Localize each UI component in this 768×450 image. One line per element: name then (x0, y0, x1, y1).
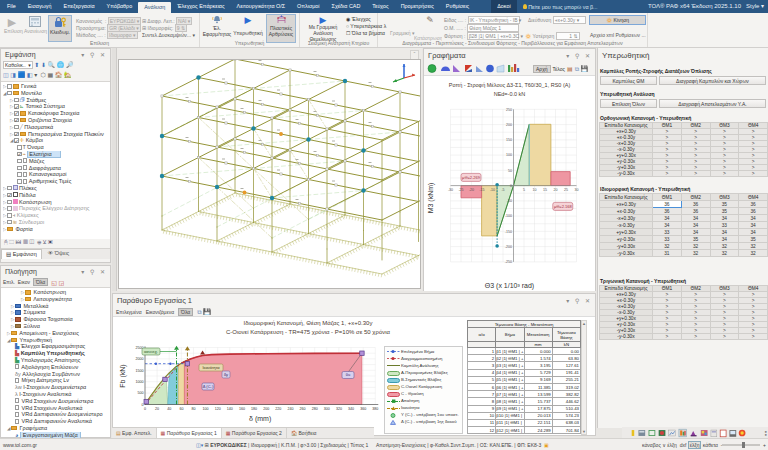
svg-text:120: 120 (215, 407, 221, 411)
svg-text:Ικανότητα: Ικανότητα (202, 365, 220, 370)
svg-text:Fb (kN): Fb (kN) (119, 364, 127, 387)
svg-text:-5: -5 (501, 188, 504, 192)
svg-text:340: 340 (348, 407, 354, 411)
svg-text:Δ (C-): Δ (C-) (203, 384, 214, 389)
svg-text:-25: -25 (458, 188, 463, 192)
svg-text:0: 0 (142, 403, 144, 407)
svg-text:80: 80 (192, 407, 196, 411)
svg-text:0: 0 (144, 407, 146, 411)
svg-text:1500: 1500 (136, 369, 144, 373)
svg-text:140: 140 (227, 407, 233, 411)
svg-text:200: 200 (263, 407, 269, 411)
svg-text:5: 5 (523, 188, 525, 192)
svg-text:240: 240 (287, 407, 293, 411)
svg-text:220: 220 (275, 407, 281, 411)
svg-text:M3 (kNm): M3 (kNm) (427, 183, 435, 214)
svg-text:280: 280 (312, 407, 318, 411)
svg-text:150: 150 (506, 138, 512, 142)
svg-text:10: 10 (533, 188, 537, 192)
svg-text:-30: -30 (448, 188, 453, 192)
svg-text:30: 30 (575, 188, 579, 192)
svg-text:260: 260 (300, 407, 306, 411)
svg-text:-200: -200 (505, 245, 512, 249)
svg-text:50: 50 (508, 169, 512, 173)
svg-text:60: 60 (179, 407, 183, 411)
svg-text:360: 360 (360, 407, 366, 411)
svg-text:-10: -10 (490, 188, 495, 192)
svg-text:1000: 1000 (136, 380, 144, 384)
svg-text:20: 20 (155, 407, 159, 411)
svg-text:-50: -50 (507, 199, 512, 203)
svg-text:0: 0 (510, 184, 512, 188)
svg-text:-250: -250 (505, 260, 512, 264)
svg-text:300: 300 (324, 407, 330, 411)
svg-text:25: 25 (564, 188, 568, 192)
svg-text:100: 100 (506, 153, 512, 157)
svg-text:180: 180 (251, 407, 257, 411)
svg-text:μΘ=2.168: μΘ=2.168 (554, 204, 573, 209)
svg-text:100: 100 (203, 407, 209, 411)
svg-text:-15: -15 (479, 188, 484, 192)
svg-text:380: 380 (372, 407, 378, 411)
svg-text:-100: -100 (505, 214, 512, 218)
svg-text:-20: -20 (469, 188, 474, 192)
svg-text:-150: -150 (505, 230, 512, 234)
svg-text:θu: θu (346, 372, 350, 377)
svg-text:μΘ=2.269: μΘ=2.269 (462, 175, 481, 180)
svg-text:20: 20 (554, 188, 558, 192)
svg-text:40: 40 (167, 407, 171, 411)
svg-text:160: 160 (239, 407, 245, 411)
svg-text:δ (mm): δ (mm) (249, 415, 271, 423)
svg-text:15: 15 (543, 188, 547, 192)
svg-text:320: 320 (336, 407, 342, 411)
svg-text:δy: δy (224, 372, 228, 377)
svg-text:500: 500 (138, 391, 144, 395)
svg-text:250: 250 (506, 108, 512, 112)
svg-text:200: 200 (506, 123, 512, 127)
svg-text:2000: 2000 (136, 357, 144, 361)
svg-text:ασυνεχ.: ασυνεχ. (144, 349, 158, 354)
